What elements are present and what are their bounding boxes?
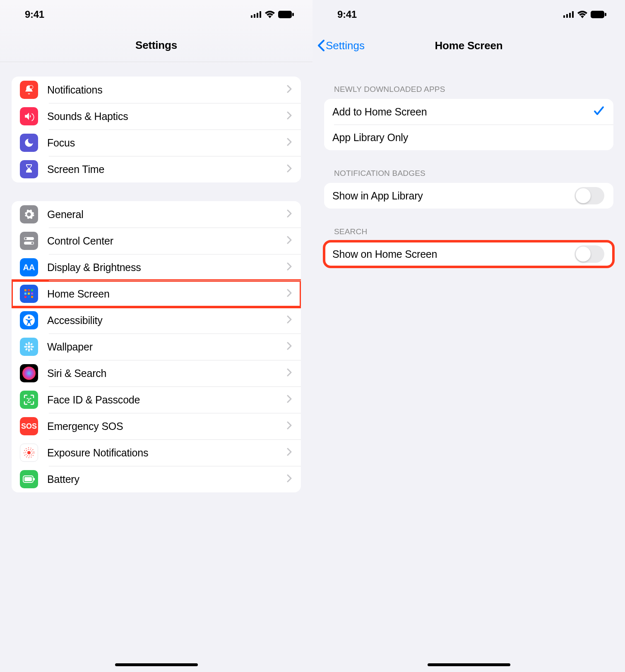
svg-point-32 (27, 398, 28, 399)
svg-rect-13 (31, 289, 33, 291)
row-label: Battery (47, 473, 287, 485)
settings-row-display-brightness[interactable]: AADisplay & Brightness (12, 254, 301, 281)
section-header: NOTIFICATION BADGES (324, 169, 613, 183)
cellular-icon (251, 11, 262, 18)
page-title: Settings (135, 39, 177, 52)
settings-row-screen-time[interactable]: Screen Time (12, 156, 301, 182)
row-label: Notifications (47, 84, 287, 96)
chevron-right-icon (287, 368, 292, 378)
toggle-switch[interactable] (575, 245, 604, 263)
svg-rect-0 (251, 15, 252, 18)
settings-row-sounds-haptics[interactable]: Sounds & Haptics (12, 103, 301, 130)
home-indicator[interactable] (428, 663, 510, 666)
svg-rect-5 (292, 13, 294, 16)
row-label: Show in App Library (332, 190, 575, 202)
svg-point-28 (30, 348, 33, 350)
home-screen-settings: 9:41 Settings Home Screen NEWLY DOWNLOAD… (312, 0, 625, 672)
svg-point-21 (28, 317, 30, 319)
svg-rect-19 (31, 296, 33, 298)
svg-rect-44 (591, 11, 604, 18)
row-label: Home Screen (47, 288, 287, 300)
status-bar: 9:41 (0, 0, 312, 29)
settings-row-accessibility[interactable]: Accessibility (12, 307, 301, 334)
battery-icon (278, 11, 294, 18)
chevron-right-icon (287, 448, 292, 458)
settings-row-battery[interactable]: Battery (12, 466, 301, 492)
settings-row-face-id-passcode[interactable]: Face ID & Passcode (12, 386, 301, 413)
settings-row-wallpaper[interactable]: Wallpaper (12, 334, 301, 360)
settings-row-home-screen[interactable]: Home Screen (12, 281, 301, 307)
settings-row-siri-search[interactable]: Siri & Search (12, 360, 301, 386)
wifi-icon (577, 11, 587, 18)
svg-rect-41 (566, 14, 568, 18)
status-icons (251, 11, 294, 18)
hourglass-icon (20, 160, 38, 178)
row-label: App Library Only (332, 132, 604, 144)
svg-point-10 (31, 242, 34, 244)
settings-row-emergency-sos[interactable]: SOSEmergency SOS (12, 413, 301, 439)
svg-rect-3 (260, 11, 261, 18)
cellular-icon (563, 11, 574, 18)
checkmark-icon (594, 106, 604, 118)
moon-icon (20, 134, 38, 152)
wifi-icon (265, 11, 275, 18)
switches-icon (20, 232, 38, 250)
row-label: Control Center (47, 235, 287, 247)
svg-rect-4 (278, 11, 292, 18)
svg-rect-14 (24, 293, 26, 295)
chevron-right-icon (287, 164, 292, 174)
svg-rect-39 (34, 478, 35, 480)
page-title: Home Screen (435, 39, 503, 52)
settings-row-focus[interactable]: Focus (12, 130, 301, 156)
svg-point-31 (22, 367, 36, 380)
svg-point-30 (25, 348, 28, 350)
back-button[interactable]: Settings (317, 39, 365, 52)
svg-point-24 (28, 348, 30, 352)
flower-icon (20, 338, 38, 356)
grid-icon (20, 285, 38, 303)
accessibility-icon (20, 311, 38, 329)
settings-row-control-center[interactable]: Control Center (12, 228, 301, 254)
svg-point-23 (28, 342, 30, 345)
svg-rect-42 (569, 13, 571, 18)
row-label: Siri & Search (47, 367, 287, 379)
chevron-right-icon (287, 474, 292, 484)
svg-rect-2 (257, 13, 258, 18)
svg-point-29 (30, 343, 33, 346)
row-label: Focus (47, 137, 287, 149)
chevron-right-icon (287, 262, 292, 272)
settings-row-notifications[interactable]: Notifications (12, 77, 301, 103)
gear-icon (20, 205, 38, 223)
siri-icon (20, 364, 38, 382)
svg-rect-43 (572, 11, 574, 18)
row-label: Face ID & Passcode (47, 394, 287, 406)
svg-rect-18 (28, 296, 30, 298)
row-label: Exposure Notifications (47, 447, 287, 459)
svg-point-25 (24, 346, 27, 348)
status-time: 9:41 (25, 9, 44, 20)
chevron-right-icon (287, 209, 292, 219)
option-row-show-in-app-library[interactable]: Show in App Library (324, 183, 613, 209)
option-row-show-on-home-screen[interactable]: Show on Home Screen (324, 241, 613, 267)
svg-rect-15 (28, 293, 30, 295)
svg-rect-11 (24, 289, 26, 291)
status-icons (563, 11, 606, 18)
row-label: Add to Home Screen (332, 106, 594, 118)
row-label: Show on Home Screen (332, 248, 575, 260)
chevron-left-icon (317, 40, 325, 51)
settings-row-general[interactable]: General (12, 201, 301, 228)
row-label: Wallpaper (47, 341, 287, 353)
svg-rect-45 (605, 13, 606, 16)
svg-point-8 (25, 238, 27, 240)
svg-rect-1 (254, 14, 255, 18)
home-indicator[interactable] (115, 663, 198, 666)
svg-point-27 (25, 343, 28, 346)
row-label: Display & Brightness (47, 262, 287, 274)
nav-bar: Settings Home Screen (312, 29, 625, 62)
settings-row-exposure-notifications[interactable]: Exposure Notifications (12, 439, 301, 466)
toggle-switch[interactable] (575, 187, 604, 204)
option-row-add-to-home-screen[interactable]: Add to Home Screen (324, 99, 613, 125)
chevron-right-icon (287, 421, 292, 431)
svg-point-26 (31, 346, 34, 348)
option-row-app-library-only[interactable]: App Library Only (324, 125, 613, 150)
